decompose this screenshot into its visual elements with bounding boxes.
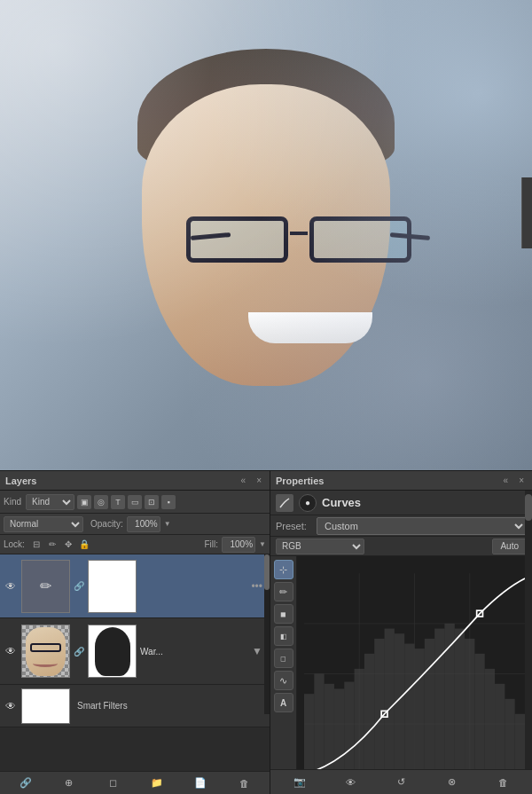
add-adjustment-button[interactable]: ⊕ (61, 775, 77, 791)
svg-rect-10 (334, 688, 344, 774)
preset-select[interactable]: Custom Default Strong Contrast (317, 517, 527, 535)
layer-visibility-toggle[interactable]: 👁 (4, 579, 18, 594)
canvas-area (0, 0, 532, 470)
scroll-thumb[interactable] (525, 494, 532, 521)
curves-adjustment-icon (276, 494, 293, 512)
type-filter-icon[interactable]: T (111, 495, 125, 509)
delete-adjustment-button[interactable]: 🗑 (494, 774, 512, 791)
svg-rect-8 (314, 674, 324, 774)
svg-rect-24 (474, 654, 484, 774)
fill-input[interactable] (222, 537, 255, 553)
pencil-tool-button[interactable]: ✏ (274, 582, 293, 601)
bezier-tool-button[interactable]: ∿ (274, 671, 293, 690)
select-point-tool-button[interactable]: ⊹ (274, 560, 293, 579)
reset-button[interactable]: ⊗ (443, 774, 461, 791)
eyedropper-gray-button[interactable]: ◧ (274, 626, 293, 646)
preset-label: Preset: (276, 521, 311, 531)
panel-collapse-handle[interactable] (521, 177, 532, 248)
properties-panel-header: Properties « × (270, 471, 532, 491)
opacity-input[interactable] (127, 516, 160, 532)
layer-name: War... (140, 647, 245, 656)
clip-to-layer-button[interactable]: 📷 (291, 774, 309, 791)
smart-filter-label: Smart Filters (77, 701, 128, 711)
delete-layer-button[interactable]: 🗑 (236, 775, 252, 791)
svg-rect-18 (415, 649, 425, 774)
svg-rect-28 (515, 714, 525, 774)
channel-select[interactable]: RGB Red Green Blue (276, 539, 364, 554)
curves-tools: ⊹ ✏ ◼ ◧ ◻ ∿ A (270, 556, 297, 791)
layer-thumbnail: ✏ (21, 560, 70, 613)
lock-position-icon[interactable]: ✥ (62, 539, 74, 551)
eyedropper-white-button[interactable]: ◻ (274, 649, 293, 668)
properties-panel-close[interactable]: × (516, 475, 527, 486)
layers-panel-header: Layers « × (0, 471, 270, 491)
layer-visibility-toggle[interactable]: 👁 (4, 699, 18, 713)
smart-filter-thumbnail (21, 688, 70, 724)
lock-image-icon[interactable]: ✏ (46, 539, 59, 551)
blend-mode-select[interactable]: Normal (4, 516, 83, 532)
layer-row[interactable]: 👁 🔗 War... ▼ (0, 618, 270, 685)
shape-filter-icon[interactable]: ▭ (128, 495, 142, 509)
layer-visibility-toggle[interactable]: 👁 (4, 644, 18, 658)
layer-mask-thumbnail (88, 560, 137, 613)
eyedropper-black-button[interactable]: ◼ (274, 604, 293, 624)
add-mask-button[interactable]: ◻ (105, 775, 121, 791)
layer-row[interactable]: 👁 ✏ 🔗 ••• (0, 554, 270, 618)
properties-panel-collapse[interactable]: « (501, 475, 512, 486)
svg-rect-17 (404, 644, 414, 774)
preset-row: Preset: Custom Default Strong Contrast (270, 515, 532, 537)
fill-chevron: ▼ (259, 540, 266, 548)
kind-select[interactable]: Kind (26, 494, 74, 510)
pixel-filter-icon[interactable]: ▣ (77, 495, 91, 509)
svg-rect-15 (385, 629, 395, 774)
layers-panel-close[interactable]: × (254, 475, 264, 486)
scroll-thumb[interactable] (264, 554, 270, 590)
link-layers-button[interactable]: 🔗 (18, 775, 34, 791)
layers-panel-title: Layers (5, 476, 36, 486)
curves-content: ⊹ ✏ ◼ ◧ ◻ ∿ A (270, 556, 532, 791)
svg-rect-27 (505, 699, 514, 774)
layers-panel: Layers « × Kind Kind ▣ ◎ T ▭ ⊡ ▪ Normal … (0, 470, 270, 794)
artboard-filter-icon[interactable]: ▪ (161, 495, 176, 509)
svg-rect-11 (344, 682, 354, 774)
svg-rect-20 (434, 629, 444, 774)
opacity-label: Opacity: (90, 519, 123, 529)
lock-fill-row: Lock: ⊟ ✏ ✥ 🔒 Fill: ▼ (0, 535, 270, 554)
layers-panel-collapse[interactable]: « (239, 475, 249, 486)
lock-all-icon[interactable]: 🔒 (78, 539, 90, 551)
lock-transparent-icon[interactable]: ⊟ (30, 539, 43, 551)
visibility-button[interactable]: 👁 (341, 774, 359, 791)
new-layer-button[interactable]: 📄 (192, 775, 208, 791)
layer-row[interactable]: 👁 Smart Filters (0, 685, 270, 727)
curves-title: Curves (322, 496, 361, 509)
svg-rect-16 (395, 633, 404, 774)
svg-rect-22 (455, 629, 465, 774)
lock-label: Lock: (4, 539, 25, 549)
curves-svg (304, 563, 525, 784)
layer-thumbnail (21, 625, 70, 678)
layer-link-icon[interactable]: 🔗 (74, 581, 84, 592)
kind-label: Kind (4, 497, 21, 507)
layer-options-button[interactable]: ••• (247, 578, 266, 594)
curves-graph[interactable] (297, 556, 532, 791)
opacity-chevron: ▼ (164, 520, 171, 528)
svg-rect-25 (485, 669, 495, 774)
text-tool-button[interactable]: A (274, 693, 293, 712)
smart-filter-icon[interactable]: ⊡ (145, 495, 159, 509)
adjustment-filter-icon[interactable]: ◎ (94, 495, 108, 509)
svg-rect-14 (374, 639, 384, 774)
curves-header: ● Curves (270, 491, 532, 515)
new-group-button[interactable]: 📁 (149, 775, 165, 791)
properties-panel-title: Properties (276, 476, 324, 486)
layers-scrollbar[interactable] (264, 554, 270, 714)
properties-scrollbar[interactable] (525, 491, 532, 769)
svg-rect-23 (465, 639, 474, 774)
layer-info: War... (140, 647, 245, 656)
undo-history-button[interactable]: ↺ (392, 774, 410, 791)
curves-visibility-toggle[interactable]: ● (299, 494, 317, 512)
svg-rect-26 (495, 684, 505, 774)
auto-button[interactable]: Auto (492, 539, 527, 554)
blend-opacity-row: Normal Opacity: ▼ (0, 514, 270, 535)
svg-rect-7 (304, 694, 314, 774)
layer-link-icon[interactable]: 🔗 (74, 646, 84, 656)
